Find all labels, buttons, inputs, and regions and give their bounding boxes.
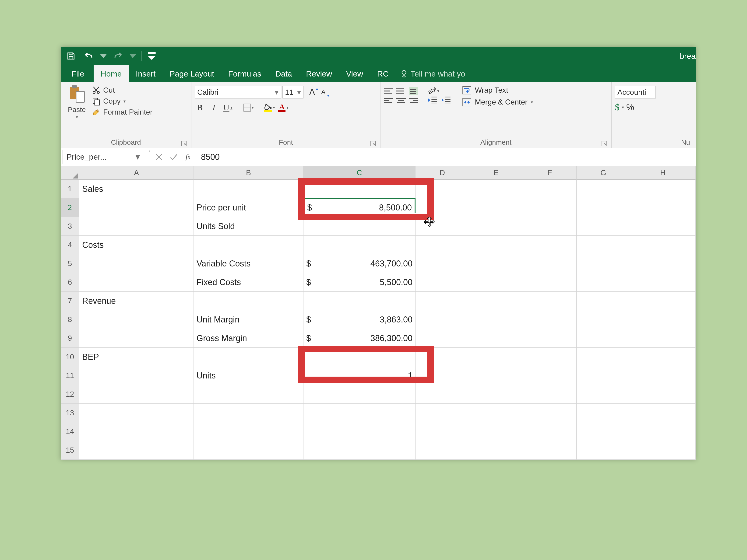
column-header[interactable]: D [415, 166, 469, 180]
cell[interactable] [523, 348, 576, 366]
cell[interactable] [630, 236, 696, 254]
cell[interactable] [523, 180, 576, 198]
percent-format-button[interactable]: % [626, 102, 634, 112]
align-left-icon[interactable] [384, 97, 393, 105]
cell[interactable] [630, 404, 696, 422]
cell[interactable] [194, 236, 304, 254]
bold-button[interactable]: B [195, 103, 205, 112]
cell[interactable] [415, 310, 469, 329]
row-header[interactable]: 8 [61, 310, 79, 329]
cell[interactable] [523, 292, 576, 310]
cell[interactable] [469, 273, 523, 292]
cell[interactable] [469, 310, 523, 329]
cell[interactable]: $386,300.00 [304, 329, 415, 348]
cell[interactable] [415, 329, 469, 348]
align-middle-icon[interactable] [396, 87, 406, 95]
tab-review[interactable]: Review [299, 65, 339, 82]
decrease-font-icon[interactable]: A▾ [318, 87, 329, 98]
increase-indent-button[interactable] [441, 96, 452, 105]
cell[interactable] [576, 366, 630, 385]
tab-view[interactable]: View [339, 65, 370, 82]
cell[interactable] [415, 236, 469, 254]
cell[interactable] [469, 254, 523, 273]
cell[interactable] [415, 366, 469, 385]
cell[interactable] [415, 385, 469, 404]
font-dialog-launcher-icon[interactable]: ↘ [370, 141, 376, 146]
cell[interactable] [630, 217, 696, 236]
cell[interactable] [79, 329, 194, 348]
cell[interactable] [576, 273, 630, 292]
cell[interactable]: Units [194, 366, 304, 385]
align-top-icon[interactable] [384, 87, 393, 95]
cell[interactable] [630, 441, 696, 460]
merge-more-icon[interactable]: ▾ [531, 100, 533, 105]
font-size-combo[interactable]: 11 ▾ [282, 86, 304, 99]
row-header[interactable]: 9 [61, 329, 79, 348]
cell[interactable]: Revenue [79, 292, 194, 310]
cell[interactable] [576, 441, 630, 460]
cell[interactable] [79, 385, 194, 404]
cell[interactable]: Unit Margin [194, 310, 304, 329]
cell[interactable] [576, 310, 630, 329]
cell[interactable] [523, 385, 576, 404]
cell[interactable] [194, 441, 304, 460]
align-bottom-icon[interactable] [409, 87, 418, 95]
redo-icon[interactable] [110, 50, 127, 62]
cell[interactable] [469, 348, 523, 366]
customize-qat-icon[interactable] [147, 50, 156, 62]
row-header[interactable]: 5 [61, 254, 79, 273]
cell[interactable] [630, 385, 696, 404]
cell[interactable] [304, 348, 415, 366]
column-header[interactable]: A [79, 166, 194, 180]
cell[interactable] [415, 441, 469, 460]
cell[interactable] [469, 329, 523, 348]
wrap-text-button[interactable]: Wrap Text [462, 86, 533, 95]
cell[interactable] [415, 422, 469, 441]
undo-more-icon[interactable] [100, 50, 107, 62]
cell[interactable] [304, 236, 415, 254]
cell[interactable] [469, 366, 523, 385]
tab-data[interactable]: Data [268, 65, 299, 82]
tab-insert[interactable]: Insert [129, 65, 163, 82]
cancel-formula-icon[interactable] [154, 152, 164, 162]
cell[interactable] [415, 292, 469, 310]
cell[interactable] [79, 310, 194, 329]
cell[interactable] [630, 329, 696, 348]
font-name-combo[interactable]: Calibri ▾ [195, 86, 281, 99]
copy-more-icon[interactable]: ▾ [124, 99, 126, 104]
cell[interactable] [630, 180, 696, 198]
cell[interactable] [194, 422, 304, 441]
cell[interactable] [194, 385, 304, 404]
cell[interactable] [79, 404, 194, 422]
row-header[interactable]: 15 [61, 441, 79, 460]
cell[interactable] [630, 348, 696, 366]
cell[interactable] [304, 441, 415, 460]
cell[interactable] [576, 404, 630, 422]
cell[interactable] [576, 236, 630, 254]
alignment-dialog-launcher-icon[interactable]: ↘ [601, 141, 607, 146]
row-header[interactable]: 12 [61, 385, 79, 404]
tab-file[interactable]: File [62, 65, 94, 82]
cell[interactable] [523, 366, 576, 385]
tab-page-layout[interactable]: Page Layout [163, 65, 221, 82]
font-color-button[interactable]: A▾ [278, 103, 288, 112]
insert-function-icon[interactable]: fx [183, 152, 193, 162]
cell[interactable] [630, 366, 696, 385]
cell[interactable] [469, 385, 523, 404]
cell[interactable] [415, 254, 469, 273]
cell[interactable] [79, 198, 194, 217]
cut-button[interactable]: Cut [92, 86, 153, 95]
borders-button[interactable]: ▾ [243, 104, 254, 111]
cell[interactable]: Variable Costs [194, 254, 304, 273]
cell[interactable] [523, 329, 576, 348]
cell[interactable] [469, 422, 523, 441]
paste-more-icon[interactable]: ▾ [76, 114, 78, 120]
cell[interactable] [194, 348, 304, 366]
underline-button[interactable]: U ▾ [223, 103, 233, 112]
redo-more-icon[interactable] [129, 50, 136, 62]
column-header[interactable]: E [469, 166, 523, 180]
accounting-format-button[interactable]: $ [615, 102, 620, 113]
column-header[interactable]: F [523, 166, 576, 180]
tab-home[interactable]: Home [94, 65, 129, 82]
cell[interactable] [576, 217, 630, 236]
